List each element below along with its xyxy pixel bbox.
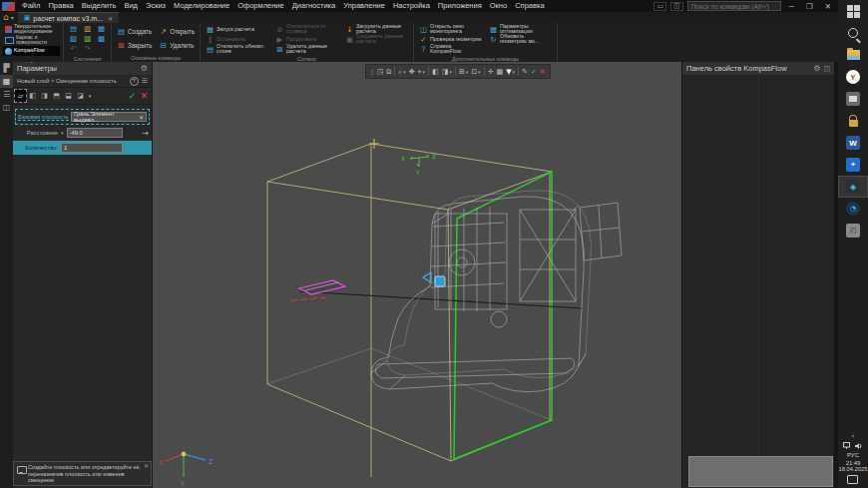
viewport-confirm-icon[interactable]: ✓ [531,68,537,76]
layout-window-icon[interactable]: ▭ [653,2,666,11]
menu-sketch[interactable]: Эскиз [142,0,170,12]
print-document-button[interactable]: ▧ [67,34,80,44]
plane-tool-4-icon[interactable]: ⬒ [51,90,62,102]
panel-layers-icon[interactable]: ◫ [0,101,13,114]
rotate-icon[interactable]: ⌖ [418,68,422,76]
undo-button[interactable]: ↶ [67,44,80,54]
menu-window[interactable]: Окно [486,0,511,12]
home-icon[interactable]: ⌂ [3,12,9,23]
clip-dropdown-icon[interactable]: ▾ [478,69,481,75]
remote-pc-app-button[interactable] [838,88,868,110]
save-calculation-data-button[interactable]: ▣ Сохранить данные расчета [343,34,410,44]
orientation-icon[interactable]: ◨ [442,68,449,76]
create-button[interactable]: ▤ Создать [115,24,154,38]
delete-project-button[interactable]: ⊟ Удалить [157,38,197,52]
menu-modeling[interactable]: Моделирование [170,0,233,12]
plane-tool-5-icon[interactable]: ⬓ [63,90,74,102]
document-properties-button[interactable]: ▩ [95,34,108,44]
display-mode-icon[interactable]: ◧ [432,68,439,76]
kompas-3d-button[interactable]: ◈ [838,176,868,198]
region-bounding-box[interactable] [267,144,552,477]
count-input[interactable]: 1 [61,143,123,153]
minimize-button[interactable]: ─ [785,2,798,11]
home-dropdown-icon[interactable]: ▾ [11,14,14,21]
volume-icon[interactable] [855,442,863,450]
help-icon[interactable]: ? [130,77,139,86]
offset-plane[interactable] [299,280,345,294]
run-calculation-button[interactable]: ▦ Запуск расчета [204,24,270,34]
taskbar-date[interactable]: 18.04.2025 [838,466,867,473]
taskbar-clock[interactable]: 21:49 [838,460,867,467]
move-component-icon[interactable]: ✛ [488,68,494,76]
filter-dropdown-icon[interactable]: ▾ [513,69,516,75]
model-wireframe[interactable] [371,191,622,392]
menu-settings[interactable]: Настройка [389,0,434,12]
disable-layer-update-button[interactable]: ▤ Отключить обновл. слоев [204,44,270,54]
command-search-input[interactable] [687,1,781,11]
confirm-icon[interactable]: ✓ [127,90,138,102]
disconnect-solver-button[interactable]: ⊘ Отключиться от солвера [273,24,340,34]
orientation-dropdown-icon[interactable]: ▾ [449,69,452,75]
offset-plane-tool-icon[interactable]: ▱ [15,90,26,102]
highlighted-face[interactable] [454,172,552,459]
layout-views-icon[interactable]: ◳ [377,68,384,76]
split-window-icon[interactable]: ◫ [670,2,683,11]
clip-icon[interactable]: ⊡ [471,68,477,76]
panel-list-icon[interactable]: ☰ [0,88,13,101]
delete-calculation-data-button[interactable]: ⊠ Удалить данные расчета [273,44,340,54]
tab-close-icon[interactable]: ✕ [108,15,113,22]
mode-kompasflow[interactable]: KompasFlow [3,46,60,56]
pick-icon[interactable]: ✎ [522,68,528,76]
new-document-button[interactable]: ▤ [67,24,80,34]
hint-close-icon[interactable]: ✕ [144,463,149,470]
taskbar-search-button[interactable] [838,22,868,44]
notification-center-button[interactable] [847,475,858,484]
filter-icon[interactable]: ▼ [506,68,511,76]
plane-direction-controls[interactable] [423,272,445,286]
panel-dock-icon[interactable]: ◫ [823,65,830,73]
menu-applications[interactable]: Приложения [434,0,486,12]
pan-icon[interactable]: ✥ [409,68,415,76]
password-lock-app-button[interactable] [838,110,868,132]
close-project-button[interactable]: ⊠ Закрыть [115,38,154,52]
distance-label[interactable]: Расстояние [16,130,58,136]
mode-solid-modeling[interactable]: Твердотельное моделирование [3,24,60,34]
start-button[interactable] [838,0,868,22]
yandex-browser-button[interactable]: Y [838,66,868,88]
zoom-dropdown-icon[interactable]: ▾ [403,69,406,75]
redo-button[interactable]: ↷ [81,44,94,54]
mode-wireframe-surfaces[interactable]: Каркас и поверхности [3,35,60,45]
modes-chevron-icon[interactable]: ⌄ [0,57,63,65]
photos-app-button[interactable]: ✦ [838,154,868,176]
app-button-11[interactable]: ◰ [838,220,868,242]
menu-management[interactable]: Управление [339,0,389,12]
rotate-dropdown-icon[interactable]: ▾ [423,69,426,75]
language-indicator[interactable]: РУС [847,452,859,458]
plane-tools-dropdown-icon[interactable]: ▾ [87,90,93,102]
toolbar-grip-icon[interactable]: ⣿ [370,69,374,75]
menu-select[interactable]: Выделить [78,0,121,12]
save-document-button[interactable]: ▦ [95,24,108,34]
viewport-cancel-icon[interactable]: ✕ [540,68,546,76]
properties-gear-icon[interactable]: ⚙ [813,64,820,73]
open-document-button[interactable]: ▥ [81,24,94,34]
copy-document-button[interactable]: ▨ [81,34,94,44]
list-icon[interactable]: ☰ [142,77,148,85]
hide-objects-dropdown-icon[interactable]: ▾ [466,69,469,75]
plane-tool-3-icon[interactable]: ◨ [39,90,50,102]
panel-parameters-icon[interactable]: ▦ [0,75,13,88]
distance-dropdown-icon[interactable]: ▾ [61,130,64,136]
close-button[interactable]: ✕ [821,2,835,11]
gear-icon[interactable]: ⚙ [141,64,148,73]
show-hidden-icons-button[interactable]: ‹ [852,432,855,440]
menu-file[interactable]: Файл [18,0,44,12]
cancel-icon[interactable]: ✕ [139,90,150,102]
windows-icon[interactable]: ⧉ [386,68,391,76]
plane-tool-2-icon[interactable]: ◧ [27,90,38,102]
word-button[interactable]: W [838,132,868,154]
base-plane-value[interactable]: Грань.Элемент выдавл... ✕ [71,112,147,122]
base-plane-label[interactable]: Базовая плоскость [18,114,69,121]
mesh-icon[interactable]: ▩ [497,68,504,76]
restore-button[interactable]: ❐ [802,2,817,11]
menu-help[interactable]: Справка [511,0,548,12]
